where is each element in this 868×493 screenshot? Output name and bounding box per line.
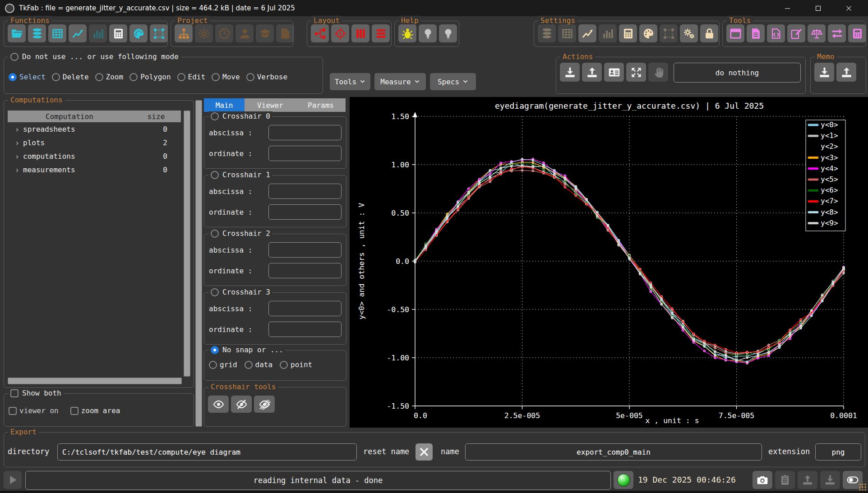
expand-chevron-icon[interactable]: › bbox=[8, 152, 23, 161]
bug-icon[interactable] bbox=[398, 24, 416, 42]
mode-edit[interactable]: Edit bbox=[177, 73, 206, 81]
mode-zoom[interactable]: Zoom bbox=[95, 73, 124, 81]
crosshair-0-radio[interactable] bbox=[211, 112, 219, 120]
document-code-icon[interactable] bbox=[767, 24, 785, 42]
export-name-input[interactable]: export_comp0_main bbox=[465, 443, 762, 461]
mode-polygon[interactable]: Polygon bbox=[129, 73, 171, 81]
tree-horizontal-scrollbar[interactable] bbox=[8, 378, 182, 384]
eye-button[interactable] bbox=[208, 396, 229, 413]
tree-row-spreadsheets[interactable]: ›spreadsheets0 bbox=[8, 122, 181, 136]
measure-menubutton[interactable]: Measure bbox=[374, 73, 426, 90]
crosshair-2-abscissa-input[interactable] bbox=[268, 242, 342, 258]
zoom-area-option[interactable]: zoom area bbox=[70, 406, 120, 415]
window-icon[interactable] bbox=[726, 24, 744, 42]
crosshair-1-abscissa-input[interactable] bbox=[268, 184, 342, 199]
maximize-button[interactable] bbox=[805, 0, 831, 16]
reset-name-button[interactable] bbox=[416, 443, 433, 461]
tree-vertical-scrollbar[interactable] bbox=[184, 111, 190, 377]
crosshair-3-abscissa-input[interactable] bbox=[268, 301, 342, 316]
column-size[interactable]: size bbox=[131, 112, 181, 121]
bulb-icon[interactable] bbox=[419, 24, 437, 42]
download-icon[interactable] bbox=[560, 63, 580, 82]
upload-icon[interactable] bbox=[836, 63, 856, 82]
snap-data-option[interactable]: data bbox=[245, 360, 273, 369]
tree-header[interactable]: Computation size bbox=[8, 111, 181, 122]
mode-delete[interactable]: Delete bbox=[52, 73, 89, 81]
tab-viewer[interactable]: Viewer bbox=[245, 98, 296, 112]
graduation-cap-icon[interactable] bbox=[256, 24, 274, 42]
table-icon[interactable] bbox=[558, 24, 576, 42]
columns-icon[interactable] bbox=[351, 24, 369, 42]
chart-line-icon[interactable] bbox=[69, 24, 87, 42]
crosshair-0-abscissa-input[interactable] bbox=[268, 125, 342, 140]
extension-input[interactable]: png bbox=[815, 443, 861, 461]
eye-hidden-button[interactable] bbox=[254, 396, 275, 413]
minimize-button[interactable] bbox=[775, 0, 800, 16]
crosshair-2-ordinate-input[interactable] bbox=[268, 263, 342, 278]
document-icon[interactable] bbox=[747, 24, 765, 42]
crosshair-3-ordinate-input[interactable] bbox=[268, 322, 342, 337]
zoom-area-checkbox[interactable] bbox=[70, 407, 78, 415]
folder-open-icon[interactable] bbox=[8, 24, 26, 42]
table-icon[interactable] bbox=[48, 24, 66, 42]
upload-button[interactable] bbox=[798, 471, 817, 489]
tools-menubutton[interactable]: Tools bbox=[330, 73, 370, 90]
clock-icon[interactable] bbox=[215, 24, 233, 42]
crosshair-2-radio[interactable] bbox=[211, 230, 219, 238]
tab-params[interactable]: Params bbox=[296, 98, 346, 112]
crosshair-1-ordinate-input[interactable] bbox=[268, 204, 342, 220]
database-icon[interactable] bbox=[538, 24, 556, 42]
user-icon[interactable] bbox=[235, 24, 254, 42]
calculator-icon[interactable] bbox=[619, 24, 637, 42]
org-tree-icon[interactable] bbox=[175, 24, 193, 42]
show-both-checkbox[interactable] bbox=[10, 389, 18, 397]
calculator-icon[interactable] bbox=[109, 24, 127, 42]
viewer-on-option[interactable]: viewer on bbox=[9, 406, 59, 415]
specs-menubutton[interactable]: Specs bbox=[430, 73, 476, 90]
snap-grid-option[interactable]: grid bbox=[209, 360, 237, 369]
no-snap-radio[interactable] bbox=[211, 346, 219, 354]
gears-icon[interactable] bbox=[680, 24, 698, 42]
camera-button[interactable] bbox=[753, 471, 772, 489]
panel-vertical-scrollbar[interactable] bbox=[195, 100, 202, 427]
mode-select[interactable]: Select bbox=[9, 73, 46, 81]
clipboard-button[interactable] bbox=[775, 471, 795, 489]
calculator-icon[interactable] bbox=[848, 24, 866, 42]
download-button[interactable] bbox=[820, 471, 840, 489]
expand-chevron-icon[interactable]: › bbox=[8, 165, 23, 175]
download-icon[interactable] bbox=[814, 63, 834, 82]
do-not-use-radio[interactable] bbox=[10, 53, 18, 61]
layout-tree-icon[interactable] bbox=[311, 24, 329, 42]
column-computation[interactable]: Computation bbox=[8, 112, 131, 121]
chart-bar-icon[interactable] bbox=[599, 24, 617, 42]
lock-icon[interactable] bbox=[700, 24, 718, 42]
upload-icon[interactable] bbox=[582, 63, 602, 82]
eye-slash-button[interactable] bbox=[231, 396, 252, 413]
expand-chevron-icon[interactable]: › bbox=[8, 138, 23, 147]
resize-grip[interactable] bbox=[859, 483, 867, 491]
bulb-icon[interactable] bbox=[439, 24, 457, 42]
run-button[interactable] bbox=[4, 471, 22, 489]
target-icon[interactable] bbox=[331, 24, 349, 42]
selection-icon[interactable] bbox=[150, 24, 168, 42]
eye-diagram-plot[interactable]: eyediagram(generate_jitter_y_accurate.cs… bbox=[350, 97, 868, 428]
viewer-on-checkbox[interactable] bbox=[9, 407, 17, 415]
close-button[interactable] bbox=[836, 0, 861, 16]
crosshair-0-ordinate-input[interactable] bbox=[268, 146, 342, 161]
note-icon[interactable] bbox=[276, 24, 294, 42]
mode-move[interactable]: Move bbox=[212, 73, 240, 81]
database-icon[interactable] bbox=[28, 24, 46, 42]
crosshair-3-radio[interactable] bbox=[211, 288, 219, 296]
tree-row-plots[interactable]: ›plots2 bbox=[8, 136, 181, 149]
expand-arrows-icon[interactable] bbox=[626, 63, 646, 82]
tree-row-measurements[interactable]: ›measurements0 bbox=[8, 163, 181, 176]
selection-icon[interactable] bbox=[660, 24, 678, 42]
crosshair-1-radio[interactable] bbox=[211, 171, 219, 179]
gear-icon[interactable] bbox=[195, 24, 213, 42]
expand-chevron-icon[interactable]: › bbox=[8, 124, 23, 134]
mode-verbose[interactable]: Verbose bbox=[246, 73, 287, 81]
directory-input[interactable]: C:/tclsoft/tkfab/test/compute/eye diagra… bbox=[57, 443, 357, 461]
edit-icon[interactable] bbox=[787, 24, 805, 42]
palette-icon[interactable] bbox=[639, 24, 657, 42]
tab-main[interactable]: Main bbox=[204, 98, 245, 112]
